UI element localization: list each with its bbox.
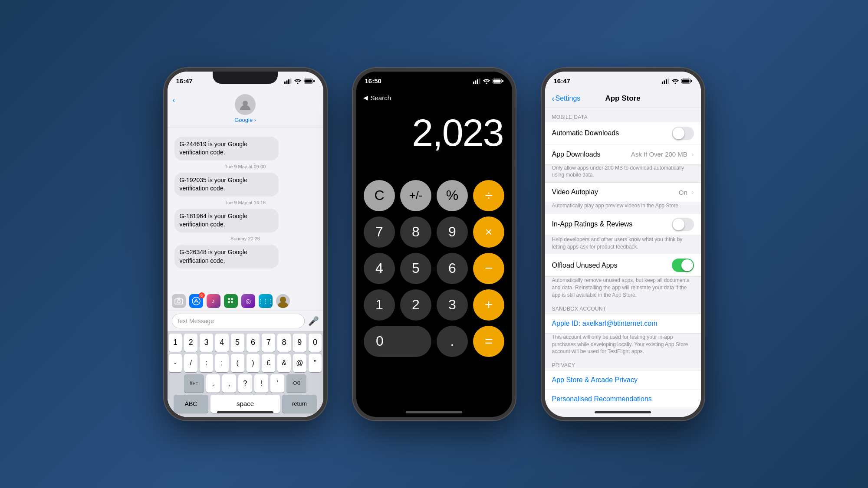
offload-row: Offload Unused Apps xyxy=(545,254,701,276)
key-colon[interactable]: : xyxy=(200,354,213,372)
key-space[interactable]: space xyxy=(210,395,280,413)
key-0[interactable]: 0 xyxy=(309,334,322,352)
calc-btn-3[interactable]: 3 xyxy=(437,289,468,321)
key-delete[interactable]: ⌫ xyxy=(286,374,306,393)
vol-down-button[interactable] xyxy=(164,156,165,174)
camera-icon[interactable] xyxy=(172,294,186,308)
key-2[interactable]: 2 xyxy=(184,334,197,352)
appstore-icon[interactable]: 6 xyxy=(189,294,203,308)
settings-side-btn[interactable] xyxy=(704,141,704,167)
calc-search-label[interactable]: Search xyxy=(371,94,391,102)
settings-vol-up[interactable] xyxy=(542,132,542,150)
numbers-icon[interactable] xyxy=(224,294,238,308)
key-question[interactable]: ? xyxy=(238,374,252,393)
key-3[interactable]: 3 xyxy=(200,334,213,352)
vol-up-button[interactable] xyxy=(164,132,165,150)
calc-btn-7[interactable]: 7 xyxy=(364,216,395,248)
svg-rect-0 xyxy=(284,82,286,84)
calc-btn-minus[interactable]: − xyxy=(473,253,504,284)
key-hashtag-plus[interactable]: #+= xyxy=(184,374,204,393)
video-autoplay-row[interactable]: Video Autoplay On › xyxy=(545,183,701,202)
wifi-icon xyxy=(294,79,301,84)
calc-btn-6[interactable]: 6 xyxy=(437,253,468,284)
key-semicolon[interactable]: ; xyxy=(215,354,229,372)
status-time: 16:47 xyxy=(176,77,193,85)
messages-header: ‹ Google › xyxy=(168,91,323,128)
app-downloads-chevron: › xyxy=(692,151,694,158)
calc-battery-icon xyxy=(493,79,503,84)
input-placeholder: Text Message xyxy=(177,318,214,324)
settings-vol-down[interactable] xyxy=(542,156,542,174)
music-icon[interactable]: ♪ xyxy=(207,294,220,308)
key-apostrophe[interactable]: ' xyxy=(270,374,284,393)
calc-btn-0[interactable]: 0 xyxy=(364,326,431,357)
calc-vol-down[interactable] xyxy=(353,156,354,174)
calc-btn-5[interactable]: 5 xyxy=(400,253,431,284)
calc-back-chevron: ◀ xyxy=(363,94,368,101)
settings-page-title: App Store xyxy=(605,94,640,103)
key-exclaim[interactable]: ! xyxy=(254,374,268,393)
timestamp-2: Tue 9 May at 14:16 xyxy=(174,200,316,205)
calc-number: 2,023 xyxy=(412,111,503,155)
calc-btn-1[interactable]: 1 xyxy=(364,289,395,321)
key-8[interactable]: 8 xyxy=(277,334,291,352)
offload-desc: Automatically remove unused apps, but ke… xyxy=(545,277,701,302)
calc-btn-2[interactable]: 2 xyxy=(400,289,431,321)
key-7[interactable]: 7 xyxy=(262,334,275,352)
calc-btn-posneg[interactable]: +/- xyxy=(400,180,431,211)
key-6[interactable]: 6 xyxy=(247,334,260,352)
settings-back-button[interactable]: ‹ Settings xyxy=(552,94,581,103)
calc-btn-multiply[interactable]: × xyxy=(473,216,504,248)
calc-btn-8[interactable]: 8 xyxy=(400,216,431,248)
calc-btn-divide[interactable]: ÷ xyxy=(473,180,504,211)
mobile-data-label: MOBILE DATA xyxy=(545,111,701,122)
offload-toggle[interactable] xyxy=(672,259,694,272)
key-5[interactable]: 5 xyxy=(231,334,244,352)
arcade-privacy-row[interactable]: App Store & Arcade Privacy xyxy=(545,370,701,390)
calc-btn-4[interactable]: 4 xyxy=(364,253,395,284)
key-comma[interactable]: , xyxy=(222,374,236,393)
calc-btn-plus[interactable]: + xyxy=(473,289,504,321)
calc-vol-up[interactable] xyxy=(353,132,354,150)
key-pound[interactable]: £ xyxy=(262,354,275,372)
key-1[interactable]: 1 xyxy=(169,334,182,352)
podcasts-icon[interactable]: ◎ xyxy=(241,294,255,308)
calc-btn-clear[interactable]: C xyxy=(364,180,395,211)
siri-icon[interactable]: ⋮⋮⋮ xyxy=(259,294,273,308)
apple-id-row[interactable]: Apple ID: axelkarl@btinternet.com xyxy=(545,314,701,333)
avatar-icon[interactable] xyxy=(276,294,290,308)
key-return[interactable]: return xyxy=(282,395,317,413)
calc-btn-decimal[interactable]: . xyxy=(437,326,468,357)
key-slash[interactable]: / xyxy=(184,354,197,372)
key-4[interactable]: 4 xyxy=(215,334,229,352)
key-open-paren[interactable]: ( xyxy=(231,354,244,372)
svg-rect-26 xyxy=(666,79,667,84)
key-close-paren[interactable]: ) xyxy=(247,354,260,372)
key-ampersand[interactable]: & xyxy=(277,354,291,372)
message-input[interactable]: Text Message xyxy=(172,314,305,328)
offload-label: Offload Unused Apps xyxy=(552,262,672,269)
phone-settings: 16:47 ‹ Settings App S xyxy=(542,68,704,420)
key-9[interactable]: 9 xyxy=(293,334,306,352)
svg-rect-5 xyxy=(313,80,315,82)
key-dash[interactable]: - xyxy=(169,354,182,372)
personalised-row[interactable]: Personalised Recommendations xyxy=(545,390,701,409)
in-app-ratings-toggle[interactable] xyxy=(672,218,694,231)
mic-icon[interactable]: 🎤 xyxy=(308,316,319,326)
contact-avatar xyxy=(235,94,256,115)
calc-btn-9[interactable]: 9 xyxy=(437,216,468,248)
arcade-privacy-label: App Store & Arcade Privacy xyxy=(552,376,638,384)
key-period[interactable]: . xyxy=(206,374,220,393)
side-button[interactable] xyxy=(326,141,327,167)
badge: 6 xyxy=(199,292,205,298)
contact-name[interactable]: Google › xyxy=(234,117,256,123)
back-button[interactable]: ‹ xyxy=(173,96,175,105)
automatic-downloads-toggle[interactable] xyxy=(672,127,694,140)
calc-btn-percent[interactable]: % xyxy=(437,180,468,211)
key-at[interactable]: @ xyxy=(293,354,306,372)
key-quote[interactable]: " xyxy=(309,354,322,372)
key-abc[interactable]: ABC xyxy=(174,395,208,413)
app-downloads-row[interactable]: App Downloads Ask If Over 200 MB › xyxy=(545,145,701,164)
calc-btn-equals[interactable]: = xyxy=(473,326,504,357)
calc-side-btn[interactable] xyxy=(515,141,516,167)
